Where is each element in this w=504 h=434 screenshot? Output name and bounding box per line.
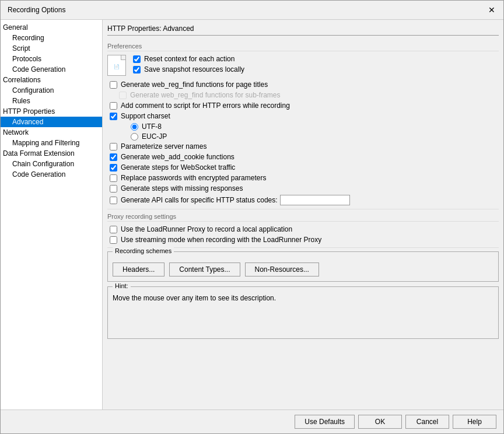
add-comment-label: Add comment to script for HTTP errors wh… <box>121 102 290 110</box>
http-status-input[interactable] <box>280 195 350 205</box>
generate-api-row: Generate API calls for specific HTTP sta… <box>107 195 499 205</box>
support-charset-checkbox[interactable] <box>110 113 117 120</box>
sidebar-item-data-format-extension[interactable]: Data Format Extension <box>1 148 102 159</box>
sidebar-item-network[interactable]: Network <box>1 127 102 138</box>
title-bar: Recording Options ✕ <box>1 1 503 20</box>
reset-context-checkbox[interactable] <box>133 55 141 63</box>
replace-passwords-checkbox[interactable] <box>110 174 117 182</box>
headers-button[interactable]: Headers... <box>113 262 164 276</box>
non-resources-button[interactable]: Non-Resources... <box>245 262 319 276</box>
sidebar-item-script[interactable]: Script <box>1 43 102 54</box>
save-snapshot-label: Save snapshot resources locally <box>144 65 244 74</box>
dialog: Recording Options ✕ GeneralRecordingScri… <box>0 0 504 434</box>
generate-cookie-checkbox[interactable] <box>110 153 117 161</box>
generate-cookie-row: Generate web_add_cookie functions <box>107 153 499 161</box>
sidebar-item-rules[interactable]: Rules <box>1 96 102 106</box>
generate-missing-checkbox[interactable] <box>110 185 117 192</box>
use-loadrunner-checkbox[interactable] <box>110 226 117 233</box>
utf8-row: UTF-8 <box>107 123 499 131</box>
generate-web-reg-checkbox[interactable] <box>110 81 117 89</box>
sidebar-item-general[interactable]: General <box>1 22 102 33</box>
sidebar-item-advanced[interactable]: Advanced <box>1 117 102 127</box>
support-charset-row: Support charset <box>107 112 499 120</box>
utf8-radio[interactable] <box>131 123 138 131</box>
parameterize-label: Parameterize server names <box>121 142 206 150</box>
save-snapshot-row: Save snapshot resources locally <box>131 65 499 74</box>
dialog-title: Recording Options <box>8 6 65 14</box>
sidebar: GeneralRecordingScriptProtocolsCode Gene… <box>1 20 103 410</box>
eucjp-label: EUC-JP <box>142 132 167 141</box>
eucjp-radio[interactable] <box>131 133 138 141</box>
sidebar-item-code-generation2[interactable]: Code Generation <box>1 169 102 180</box>
use-defaults-button[interactable]: Use Defaults <box>295 415 355 429</box>
generate-api-checkbox[interactable] <box>110 197 117 204</box>
hint-title: Hint: <box>113 282 131 289</box>
recording-schemes-title: Recording schemes <box>113 247 174 254</box>
generate-ws-row: Generate steps for WebSocket traffic <box>107 163 499 172</box>
generate-missing-label: Generate steps with missing responses <box>121 184 243 192</box>
hint-text: Move the mouse over any item to see its … <box>113 294 494 302</box>
sidebar-item-code-generation[interactable]: Code Generation <box>1 64 102 75</box>
scrollable-content: Preferences 📄 Reset context for each act… <box>107 40 499 405</box>
replace-passwords-row: Replace passwords with encrypted paramet… <box>107 174 499 182</box>
generate-web-reg-sub-checkbox[interactable] <box>119 92 127 99</box>
generate-cookie-label: Generate web_add_cookie functions <box>121 153 235 161</box>
parameterize-checkbox[interactable] <box>110 143 117 150</box>
panel-title: HTTP Properties: Advanced <box>107 24 499 36</box>
recording-scheme-buttons: Headers... Content Types... Non-Resource… <box>113 262 494 276</box>
generate-api-label: Generate API calls for specific HTTP sta… <box>121 196 278 204</box>
utf8-label: UTF-8 <box>142 123 162 131</box>
use-streaming-label: Use streaming mode when recording with t… <box>121 236 321 244</box>
dialog-body: GeneralRecordingScriptProtocolsCode Gene… <box>1 20 503 410</box>
close-button[interactable]: ✕ <box>487 5 496 15</box>
generate-ws-checkbox[interactable] <box>110 164 117 172</box>
parameterize-row: Parameterize server names <box>107 142 499 150</box>
sidebar-item-recording[interactable]: Recording <box>1 33 102 43</box>
proxy-section-header: Proxy recording settings <box>107 213 499 222</box>
sidebar-item-mapping-and-filtering[interactable]: Mapping and Filtering <box>1 138 102 148</box>
replace-passwords-label: Replace passwords with encrypted paramet… <box>121 174 266 182</box>
preferences-section-header: Preferences <box>107 43 499 51</box>
cancel-button[interactable]: Cancel <box>405 415 449 429</box>
content-types-button[interactable]: Content Types... <box>169 262 240 276</box>
generate-web-reg-label: Generate web_reg_find functions for page… <box>121 80 268 89</box>
eucjp-row: EUC-JP <box>107 132 499 141</box>
use-loadrunner-label: Use the LoadRunner Proxy to record a loc… <box>121 225 292 233</box>
ok-button[interactable]: OK <box>358 415 402 429</box>
generate-web-reg-sub-row: Generate web_reg_find functions for sub-… <box>107 91 499 99</box>
footer: Use Defaults OK Cancel Help <box>1 410 503 433</box>
sidebar-item-correlations[interactable]: Correlations <box>1 75 102 85</box>
reset-context-row: Reset context for each action <box>131 55 499 63</box>
sidebar-item-configuration[interactable]: Configuration <box>1 85 102 96</box>
reset-context-label: Reset context for each action <box>144 55 235 63</box>
sidebar-item-protocols[interactable]: Protocols <box>1 54 102 64</box>
support-charset-label: Support charset <box>121 112 170 120</box>
generate-web-reg-row: Generate web_reg_find functions for page… <box>107 80 499 89</box>
sidebar-item-chain-configuration[interactable]: Chain Configuration <box>1 159 102 169</box>
main-content: HTTP Properties: Advanced Preferences 📄 <box>103 20 503 410</box>
help-button[interactable]: Help <box>453 415 496 429</box>
sidebar-item-http-properties[interactable]: HTTP Properties <box>1 106 102 117</box>
save-snapshot-checkbox[interactable] <box>133 66 141 74</box>
use-loadrunner-row: Use the LoadRunner Proxy to record a loc… <box>107 225 499 233</box>
add-comment-row: Add comment to script for HTTP errors wh… <box>107 102 499 110</box>
generate-web-reg-sub-label: Generate web_reg_find functions for sub-… <box>130 91 280 99</box>
use-streaming-checkbox[interactable] <box>110 236 117 244</box>
generate-ws-label: Generate steps for WebSocket traffic <box>121 163 235 172</box>
use-streaming-row: Use streaming mode when recording with t… <box>107 236 499 244</box>
generate-missing-row: Generate steps with missing responses <box>107 184 499 192</box>
add-comment-checkbox[interactable] <box>110 102 117 110</box>
document-icon: 📄 <box>107 55 126 76</box>
